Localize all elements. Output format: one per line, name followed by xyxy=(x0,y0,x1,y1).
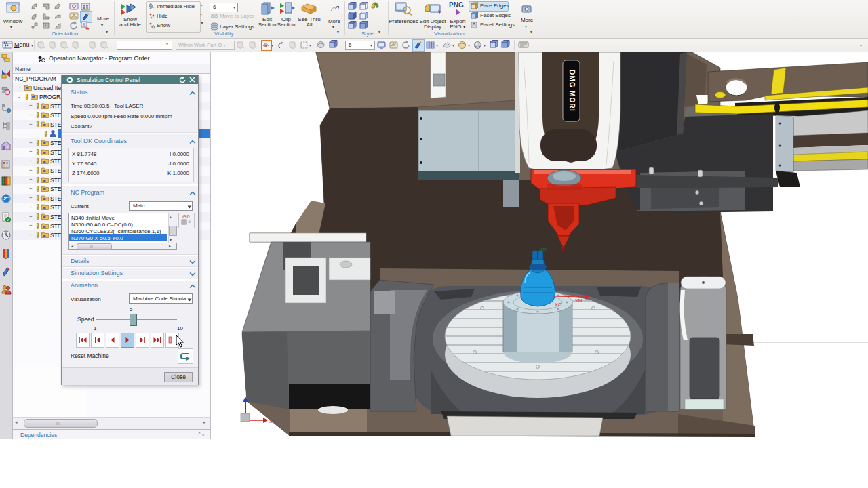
svg-text:ZM: ZM xyxy=(540,247,547,251)
svg-text:DMG MORI: DMG MORI xyxy=(568,70,576,112)
svg-text:XC: XC xyxy=(555,302,561,307)
svg-text:X: X xyxy=(269,419,273,424)
svg-text:XM: XM xyxy=(575,298,583,303)
